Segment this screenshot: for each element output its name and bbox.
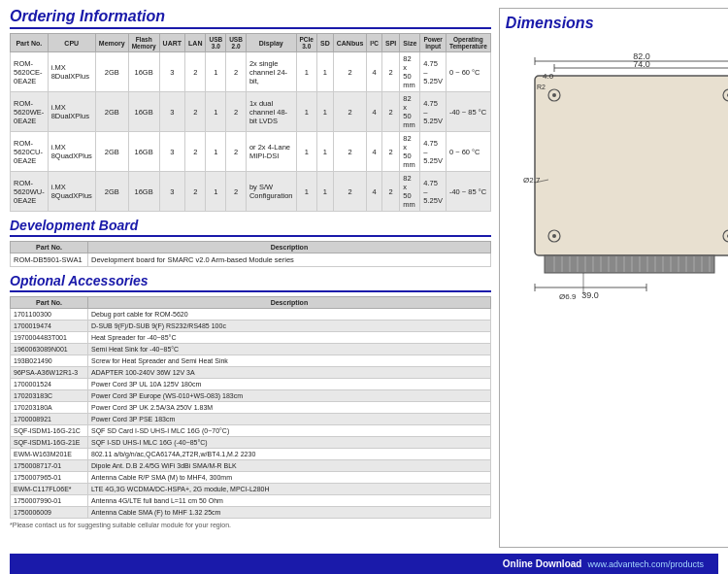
ordering-cell-spi: 2 — [382, 92, 400, 132]
acc-row: 1700019474D-SUB 9(F)/D-SUB 9(F) RS232/RS… — [11, 321, 491, 332]
page: Ordering Information — [0, 0, 728, 574]
ordering-cell-uart: 3 — [159, 52, 184, 92]
ordering-cell-sd: 1 — [316, 172, 333, 212]
acc-cell-part_no: 1700001524 — [11, 379, 88, 390]
ordering-cell-i2c: 4 — [367, 52, 382, 92]
svg-text:4.0: 4.0 — [543, 72, 554, 81]
ordering-cell-power: 4.75 – 5.25V — [420, 52, 447, 92]
svg-text:74.0: 74.0 — [633, 59, 650, 69]
th-usb20: USB 2.0 — [226, 34, 247, 52]
ordering-cell-lan: 2 — [185, 92, 206, 132]
ordering-cell-uart: 3 — [159, 172, 184, 212]
ordering-cell-flash: 16GB — [128, 92, 159, 132]
ordering-cell-lan: 2 — [185, 52, 206, 92]
ordering-section: Ordering Information — [10, 8, 491, 212]
acc-cell-description: Dipole Ant. D.B 2.4/5G WiFi 3dBi SMA/M-R… — [88, 460, 491, 472]
acc-cell-description: ADAPTER 100-240V 36W 12V 3A — [88, 367, 491, 379]
svg-text:Ø2.7: Ø2.7 — [523, 176, 541, 185]
ordering-cell-cpu: i.MX 8DualXPlus — [48, 92, 95, 132]
svg-text:Ø6.9: Ø6.9 — [559, 292, 577, 301]
acc-cell-description: Antenna Cable SMA (F) to MHF 1.32 25cm — [88, 507, 491, 519]
acc-row: EWM-W163M201E802.11 a/b/g/n/ac,QCA6174A,… — [11, 449, 491, 460]
accessories-section: Optional Accessories Part No. Descriptio… — [10, 273, 491, 528]
ordering-cell-optemp: 0 ~ 60 °C — [446, 132, 490, 172]
ordering-cell-pcie30: 1 — [296, 172, 316, 212]
th-lan: LAN — [185, 34, 206, 52]
ordering-cell-usb30: 1 — [206, 132, 226, 172]
th-cpu: CPU — [48, 34, 95, 52]
acc-cell-description: SQF I-SD UHS-I MLC 16G (-40~85°C) — [88, 437, 491, 449]
th-memory: Memory — [95, 34, 128, 52]
acc-cell-description: Power Cord 3P Europe (WS-010+WS-083) 183… — [88, 390, 491, 402]
svg-point-2 — [552, 93, 556, 97]
th-power: Power input — [420, 34, 447, 52]
ordering-cell-i2c: 4 — [367, 172, 382, 212]
acc-row: 1700008921Power Cord 3P PSE 183cm — [11, 414, 491, 425]
acc-cell-description: Debug port cable for ROM-5620 — [88, 309, 491, 321]
svg-point-6 — [552, 234, 556, 238]
ordering-cell-power: 4.75 – 5.25V — [420, 132, 447, 172]
ordering-cell-memory: 2GB — [95, 52, 128, 92]
ordering-table: Part No. CPU Memory Flash Memory UART LA… — [10, 33, 491, 212]
ordering-cell-usb20: 2 — [226, 172, 247, 212]
svg-text:39.0: 39.0 — [581, 290, 599, 300]
svg-rect-0 — [535, 76, 728, 255]
acc-row: 1700001524Power Cord 3P UL 10A 125V 180c… — [11, 379, 491, 390]
dev-cell-description: Development board for SMARC v2.0 Arm-bas… — [88, 253, 491, 267]
ordering-cell-pcie30: 1 — [296, 52, 316, 92]
ordering-tbody: ROM-5620CE-0EA2Ei.MX 8DualXPlus2GB16GB32… — [11, 52, 491, 212]
acc-row: 170203180APower Cord 3P UK 2.5A/3A 250V … — [11, 402, 491, 414]
dev-th-desc: Description — [88, 242, 491, 253]
acc-cell-description: Power Cord 3P PSE 183cm — [88, 414, 491, 425]
dev-cell-part_no: ROM-DB5901-SWA1 — [11, 253, 88, 267]
acc-cell-part_no: 170203183C — [11, 390, 88, 402]
ordering-cell-canbus: 2 — [333, 92, 367, 132]
dev-th-part: Part No. — [11, 242, 88, 253]
dev-table: Part No. Description ROM-DB5901-SWA1Deve… — [10, 241, 491, 267]
ordering-cell-cpu: i.MX 8QuadXPlus — [48, 132, 95, 172]
ordering-cell-canbus: 2 — [333, 132, 367, 172]
dev-tbody: ROM-DB5901-SWA1Development board for SMA… — [11, 253, 491, 267]
acc-cell-part_no: 1750007990-01 — [11, 495, 88, 507]
ordering-cell-cpu: i.MX 8QuadXPlus — [48, 172, 95, 212]
th-size: Size — [400, 34, 420, 52]
ordering-cell-usb20: 2 — [226, 132, 247, 172]
acc-cell-part_no: 170203180A — [11, 402, 88, 414]
acc-cell-description: Power Cord 3P UK 2.5A/3A 250V 1.83M — [88, 402, 491, 414]
ordering-cell-display: 2x single channel 24-bit, — [246, 52, 296, 92]
development-section: Development Board Part No. Description R… — [10, 218, 491, 267]
acc-row: EWM-C117FL06E*LTE 4G,3G WCDMA/DC-HSPA+, … — [11, 484, 491, 495]
th-i2c: I²C — [367, 34, 382, 52]
ordering-cell-optemp: -40 ~ 85 °C — [446, 92, 490, 132]
acc-cell-part_no: 193B021490 — [11, 355, 88, 367]
accessories-table: Part No. Description 1701100300Debug por… — [10, 296, 491, 519]
ordering-cell-size: 82 x 50 mm — [400, 132, 420, 172]
th-display: Display — [246, 34, 296, 52]
ordering-cell-cpu: i.MX 8DualXPlus — [48, 52, 95, 92]
acc-cell-part_no: 1960063089N001 — [11, 344, 88, 355]
ordering-cell-optemp: -40 ~ 85 °C — [446, 172, 490, 212]
acc-row: 1970004483T001Heat Spreader for -40~85°C — [11, 332, 491, 344]
dimensions-diagram: 82.0 74.0 4.0 R2 5 — [506, 47, 728, 348]
footer-label: Online Download — [503, 558, 582, 569]
ordering-row: ROM-5620WE-0EA2Ei.MX 8DualXPlus2GB16GB32… — [11, 92, 491, 132]
ordering-cell-display: by S/W Configuration — [246, 172, 296, 212]
accessories-note: *Please contact us for suggesting suitab… — [10, 522, 491, 528]
ordering-cell-part_no: ROM-5620WU-0EA2E — [11, 172, 49, 212]
acc-cell-part_no: 1750006009 — [11, 507, 88, 519]
ordering-cell-lan: 2 — [185, 132, 206, 172]
th-spi: SPI — [382, 34, 400, 52]
acc-row: 1960063089N001Semi Heat Sink for -40~85°… — [11, 344, 491, 355]
acc-th-desc: Description — [88, 297, 491, 309]
acc-cell-part_no: 1701100300 — [11, 309, 88, 321]
acc-row: 1750007990-01Antenna 4G/LTE full band L=… — [11, 495, 491, 507]
ordering-cell-sd: 1 — [316, 92, 333, 132]
dev-row: ROM-DB5901-SWA1Development board for SMA… — [11, 253, 491, 267]
acc-cell-description: Antenna 4G/LTE full band L=11 cm 50 Ohm — [88, 495, 491, 507]
acc-cell-part_no: 1970004483T001 — [11, 332, 88, 344]
ordering-cell-canbus: 2 — [333, 52, 367, 92]
ordering-cell-sd: 1 — [316, 52, 333, 92]
ordering-cell-memory: 2GB — [95, 92, 128, 132]
acc-cell-part_no: EWM-W163M201E — [11, 449, 88, 460]
svg-text:R2: R2 — [537, 84, 546, 90]
